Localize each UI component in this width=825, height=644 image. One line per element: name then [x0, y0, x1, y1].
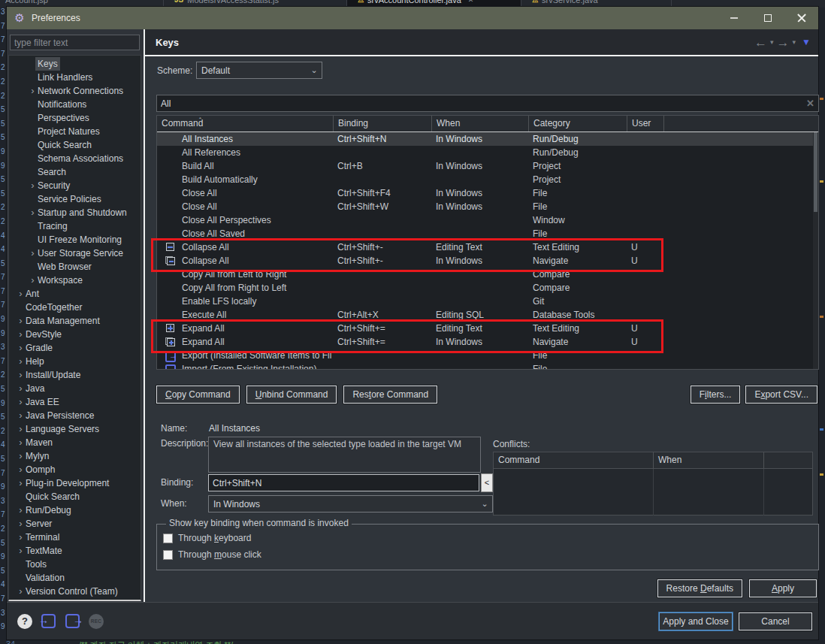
tree-item[interactable]: Tracing [9, 219, 141, 233]
binding-row[interactable]: All Instances Ctrl+Shift+N In Windows Ru… [157, 132, 818, 146]
column-user[interactable]: User [627, 116, 664, 132]
tree-item[interactable]: Run/Debug [9, 503, 141, 517]
tree-item[interactable]: User Storage Service [9, 246, 141, 260]
expand-chevron-icon[interactable] [28, 192, 38, 206]
tree-item[interactable]: Notifications [9, 98, 141, 111]
tree-item[interactable]: Language Servers [9, 422, 141, 436]
through-mouse-option[interactable]: Through mouse click [163, 549, 261, 560]
expand-chevron-icon[interactable] [16, 341, 26, 355]
tree-item[interactable]: Search [9, 165, 141, 179]
expand-chevron-icon[interactable] [16, 355, 26, 368]
expand-chevron-icon[interactable] [28, 274, 38, 287]
tree-item[interactable]: Gradle [9, 341, 141, 355]
expand-chevron-icon[interactable] [28, 219, 38, 233]
expand-chevron-icon[interactable] [28, 165, 38, 179]
expand-chevron-icon[interactable] [16, 449, 26, 463]
expand-chevron-icon[interactable] [28, 138, 38, 152]
binding-row[interactable]: Collapse All Ctrl+Shift+- In Windows Nav… [157, 254, 818, 268]
tree-item[interactable]: Java [9, 382, 141, 395]
sidebar-filter-input[interactable] [10, 35, 140, 50]
back-dropdown-icon[interactable]: ▾ [770, 38, 774, 46]
tree-item[interactable]: Link Handlers [9, 71, 141, 84]
tree-item[interactable]: Security [9, 179, 141, 192]
binding-filter-input[interactable] [157, 95, 818, 111]
tree-item[interactable]: Data Management [9, 314, 141, 328]
expand-chevron-icon[interactable] [16, 382, 26, 395]
bindings-table[interactable]: Commandˆ Binding When Category User All … [156, 115, 819, 370]
tree-item[interactable]: Server [9, 517, 141, 531]
forward-dropdown-icon[interactable]: ▾ [793, 38, 796, 46]
expand-chevron-icon[interactable] [16, 585, 26, 598]
tree-item[interactable]: Project Natures [9, 125, 141, 138]
tree-item[interactable]: Terminal [9, 531, 141, 544]
binding-row[interactable]: Copy All from Right to Left Compare [157, 281, 818, 295]
expand-chevron-icon[interactable] [16, 517, 26, 531]
expand-chevron-icon[interactable] [28, 206, 38, 219]
tree-item[interactable]: Help [9, 355, 141, 368]
view-menu-icon[interactable]: ▼ [802, 37, 811, 47]
clear-filter-icon[interactable]: ✕ [806, 98, 814, 109]
binding-row[interactable]: Close All Ctrl+Shift+W In Windows File [157, 200, 818, 213]
checkbox-unchecked-icon[interactable] [163, 534, 173, 543]
expand-chevron-icon[interactable] [16, 558, 26, 571]
binding-row[interactable]: All References Run/Debug [157, 146, 818, 159]
tree-item[interactable]: Schema Associations [9, 152, 141, 165]
cancel-button[interactable]: Cancel [739, 612, 812, 630]
expand-chevron-icon[interactable] [28, 125, 38, 138]
tree-item[interactable]: DevStyle [9, 328, 141, 341]
tree-item[interactable]: Java EE [9, 395, 141, 409]
tree-item[interactable]: Oomph [9, 463, 141, 476]
expand-chevron-icon[interactable] [16, 368, 26, 382]
expand-chevron-icon[interactable] [28, 179, 38, 192]
binding-row[interactable]: Expand All Ctrl+Shift+= In Windows Navig… [157, 335, 818, 349]
tree-item[interactable]: Install/Update [9, 368, 141, 382]
expand-chevron-icon[interactable] [16, 422, 26, 436]
tree-item[interactable]: Plug-in Development [9, 476, 141, 490]
binding-row[interactable]: Execute All Ctrl+Alt+X Editing SQL Datab… [157, 308, 818, 322]
tree-item[interactable]: UI Freeze Monitoring [9, 233, 141, 246]
export-preferences-icon[interactable] [65, 613, 80, 629]
through-keyboard-option[interactable]: Through keyboard [163, 533, 251, 543]
back-arrow-icon[interactable]: ← [754, 36, 767, 49]
expand-chevron-icon[interactable] [16, 463, 26, 476]
tree-item[interactable]: Quick Search [9, 490, 141, 503]
expand-chevron-icon[interactable] [16, 531, 26, 544]
minimize-button[interactable] [717, 7, 751, 29]
tree-item[interactable]: Version Control (Team) [9, 585, 141, 598]
tree-item[interactable]: Workspace [9, 274, 141, 287]
tree-item[interactable]: Java Persistence [9, 409, 141, 422]
unbind-command-button[interactable]: Unbind Command [246, 385, 337, 404]
maximize-button[interactable] [751, 7, 784, 29]
binding-row[interactable]: Collapse All Ctrl+Shift+- Editing Text T… [157, 240, 818, 254]
binding-cycle-button[interactable]: < [481, 473, 493, 492]
expand-chevron-icon[interactable] [28, 71, 38, 84]
conflicts-column-command[interactable]: Command [494, 452, 654, 468]
tree-item[interactable]: TextMate [9, 544, 141, 558]
tree-item[interactable]: Maven [9, 436, 141, 449]
expand-chevron-icon[interactable] [16, 328, 26, 341]
forward-arrow-icon[interactable]: → [777, 36, 790, 49]
expand-chevron-icon[interactable] [16, 395, 26, 409]
expand-chevron-icon[interactable] [28, 152, 38, 165]
binding-input[interactable] [208, 474, 479, 491]
binding-filter-field[interactable]: ✕ [156, 95, 819, 112]
conflicts-column-when[interactable]: When [654, 452, 764, 468]
dialog-titlebar[interactable]: ⚙ Preferences [7, 7, 818, 29]
expand-chevron-icon[interactable] [28, 84, 38, 98]
tree-item[interactable]: Web Browser [9, 260, 141, 274]
expand-chevron-icon[interactable] [16, 476, 26, 490]
expand-chevron-icon[interactable] [28, 98, 38, 111]
expand-chevron-icon[interactable] [28, 260, 38, 274]
scrollbar-thumb[interactable] [814, 132, 817, 212]
expand-chevron-icon[interactable] [16, 409, 26, 422]
expand-chevron-icon[interactable] [28, 111, 38, 125]
expand-chevron-icon[interactable] [16, 301, 26, 314]
expand-chevron-icon[interactable] [16, 490, 26, 503]
close-button[interactable] [784, 7, 818, 29]
export-csv-button[interactable]: Export CSV... [745, 385, 817, 404]
binding-row[interactable]: Build All Ctrl+B In Windows Project [157, 159, 818, 173]
expand-chevron-icon[interactable] [16, 503, 26, 517]
binding-row[interactable]: Build Automatically Project [157, 173, 818, 186]
copy-command-button[interactable]: Copy Command [156, 385, 240, 404]
checkbox-unchecked-icon[interactable] [163, 550, 173, 560]
